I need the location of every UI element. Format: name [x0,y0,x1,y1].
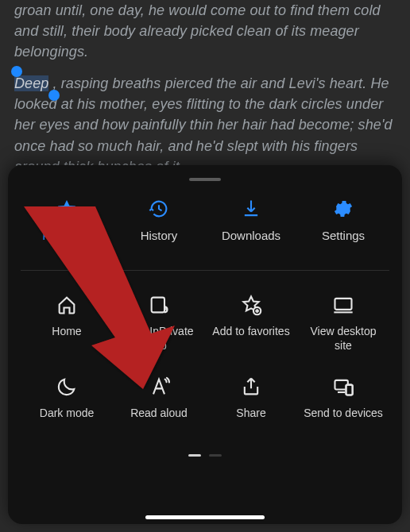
read-aloud-label: Read aloud [130,407,188,421]
page-dot-2 [209,454,222,457]
desktop-icon [331,293,355,317]
new-inprivate-tab-button[interactable]: New InPrivate tab [113,293,205,353]
star-plus-icon [239,293,263,317]
send-to-devices-label: Send to devices [304,407,383,421]
dark-mode-label: Dark mode [40,407,94,421]
settings-label: Settings [322,229,365,244]
add-to-favorites-label: Add to favorites [212,325,289,339]
moon-icon [55,375,79,399]
read-aloud-button[interactable]: Read aloud [113,375,205,430]
history-label: History [141,229,178,244]
share-icon [239,375,263,399]
home-button[interactable]: Home [21,293,113,349]
favorites-label: Favorites [42,229,91,244]
menu-row-middle: Home New InPrivate tab Add to favorites … [21,271,389,359]
svg-rect-4 [346,385,353,395]
send-to-devices-icon [331,375,355,399]
view-desktop-site-button[interactable]: View desktop site [297,293,389,353]
page-dot-1 [188,454,201,457]
downloads-label: Downloads [222,229,280,244]
home-icon [55,293,79,317]
dark-mode-button[interactable]: Dark mode [21,375,113,430]
new-inprivate-tab-label: New InPrivate tab [119,325,199,353]
svg-rect-2 [335,299,352,310]
favorites-button[interactable]: Favorites [21,197,113,253]
star-filled-icon [55,197,79,221]
menu-row-top: Favorites History Downloads Settings [21,192,389,271]
add-to-favorites-button[interactable]: Add to favorites [205,293,297,349]
downloads-button[interactable]: Downloads [205,197,297,253]
selection-handle-end[interactable] [48,90,60,101]
share-label: Share [236,407,265,421]
text-selection[interactable]: Deep [14,75,53,91]
reader-paragraph-2-rest: , rasping breaths pierced the air and Le… [14,75,393,174]
selected-text: Deep [14,75,48,91]
reader-paragraph-2: Deep , rasping breaths pierced the air a… [14,73,396,176]
gear-icon [331,197,355,221]
inprivate-tab-icon [147,293,171,317]
reader-text: groan until, one day, he would come out … [0,0,410,188]
share-button[interactable]: Share [205,375,297,430]
menu-row-bottom: Dark mode Read aloud Share Send to devic… [21,359,389,437]
home-indicator[interactable] [145,515,265,519]
read-aloud-icon [147,375,171,399]
download-icon [239,197,263,221]
view-desktop-site-label: View desktop site [304,325,383,353]
home-label: Home [52,325,81,339]
sheet-grabber[interactable] [189,178,221,181]
settings-button[interactable]: Settings [297,197,389,253]
history-button[interactable]: History [113,197,205,253]
page-indicator[interactable] [21,454,389,457]
reader-paragraph-1: groan until, one day, he would come out … [14,0,396,62]
send-to-devices-button[interactable]: Send to devices [297,375,389,430]
svg-rect-0 [152,298,164,313]
history-icon [147,197,171,221]
browser-menu-sheet: Favorites History Downloads Settings [8,165,402,524]
